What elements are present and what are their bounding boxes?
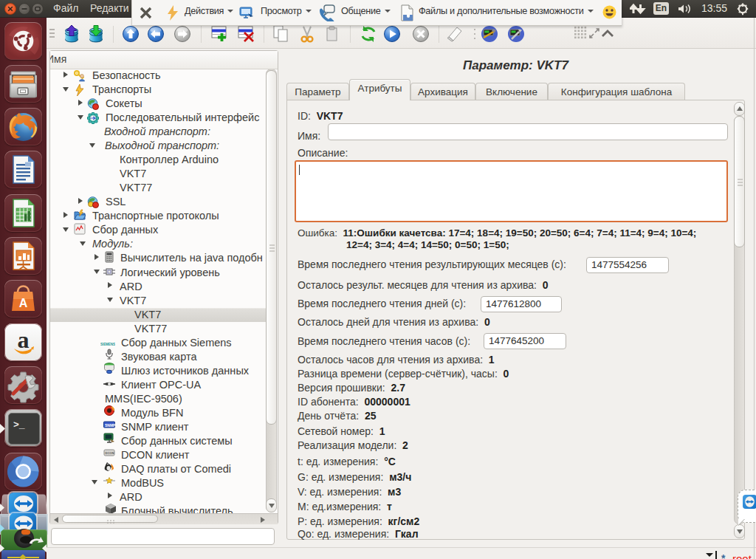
svg-text:SNMP: SNMP (105, 422, 115, 427)
svg-text:SIEMENS: SIEMENS (100, 342, 115, 346)
svg-text:a: a (18, 326, 30, 353)
svg-text:A: A (19, 297, 28, 309)
svg-text:DCON: DCON (106, 451, 114, 455)
